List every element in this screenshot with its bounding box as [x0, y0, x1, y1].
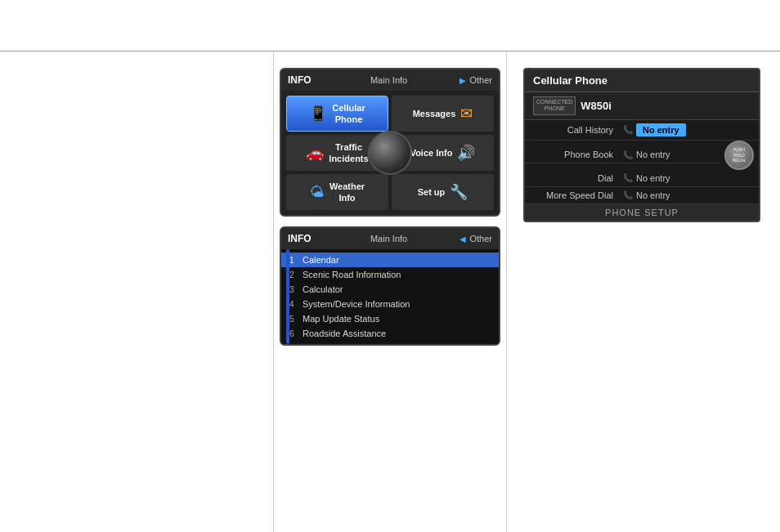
value-phonebook: 📞 No entry — [623, 150, 715, 159]
cell-messages[interactable]: Messages ✉ — [392, 96, 494, 132]
list-item-3[interactable]: 3 Calculator — [281, 282, 499, 297]
cell-weather-text: WeatherInfo — [329, 181, 365, 204]
weather-icon: 🌤 — [310, 184, 325, 201]
info-grid-container: 📱 CellularPhone Messages ✉ 🚗 TrafficInci… — [281, 91, 499, 215]
center-knob[interactable] — [368, 131, 412, 175]
phone-setup-bar[interactable]: PHONE SETUP — [525, 204, 759, 221]
cell-setup-text: Set up — [418, 186, 446, 198]
col-middle: INFO Main Info ▶ Other 📱 CellularPhone M… — [274, 51, 507, 532]
main-columns: INFO Main Info ▶ Other 📱 CellularPhone M… — [0, 51, 780, 532]
call-history-value: No entry — [636, 123, 686, 136]
list-item-5[interactable]: 5 Map Update Status — [281, 311, 499, 326]
info-screen-other: INFO Main Info ◀ Other 1 Calendar 2 Scen… — [280, 226, 500, 346]
item-num-4: 4 — [289, 300, 299, 309]
cellular-title: Cellular Phone — [525, 69, 759, 92]
cell-weather[interactable]: 🌤 WeatherInfo — [286, 174, 388, 210]
label-dial: Dial — [530, 173, 620, 183]
arrow-1: ▶ — [459, 76, 466, 85]
info-header-2: INFO Main Info ◀ Other — [281, 228, 499, 249]
cell-voice-text: Voice Info — [410, 147, 453, 159]
voice-icon: 🔊 — [457, 144, 475, 162]
phonebook-icon: 📞 — [623, 150, 633, 159]
phone-row-dial: Dial 📞 No entry — [525, 170, 759, 187]
cell-cellular-text: CellularPhone — [332, 102, 365, 126]
call-history-icon: 📞 — [623, 125, 633, 134]
phone-icon: 📱 — [309, 105, 327, 123]
dial-value: No entry — [636, 173, 670, 183]
phone-book-section: Phone Book 📞 No entry PUSHHOLDRECAL — [525, 141, 759, 170]
item-text-1: Calendar — [303, 255, 339, 265]
item-text-3: Calculator — [303, 284, 343, 294]
cell-messages-text: Messages — [413, 108, 456, 119]
cell-setup[interactable]: Set up 🔧 — [392, 174, 494, 210]
item-num-3: 3 — [289, 285, 299, 294]
list-item-1[interactable]: 1 Calendar — [281, 253, 499, 267]
list-accent — [286, 249, 289, 344]
phone-row-call-history: Call History 📞 No entry — [525, 120, 759, 141]
item-num-6: 6 — [289, 329, 299, 338]
value-dial: 📞 No entry — [623, 173, 754, 183]
list-item-4[interactable]: 4 System/Device Information — [281, 297, 499, 311]
value-speed-dial: 📞 No entry — [623, 190, 754, 200]
info-list: 1 Calendar 2 Scenic Road Information 3 C… — [281, 249, 499, 344]
tab-other-2[interactable]: Other — [469, 234, 492, 244]
item-text-4: System/Device Information — [303, 299, 410, 309]
value-call-history: 📞 No entry — [623, 123, 754, 136]
col-right: Cellular Phone CONNECTEDPHONE W850i Call… — [507, 51, 780, 532]
item-num-5: 5 — [289, 315, 299, 324]
phone-rows: Call History 📞 No entry Phone Book 📞 No … — [525, 120, 759, 204]
item-text-5: Map Update Status — [303, 314, 379, 324]
item-text-6: Roadside Assistance — [303, 329, 386, 338]
messages-icon: ✉ — [460, 105, 473, 123]
arrow-2: ◀ — [459, 235, 466, 244]
phonebook-value: No entry — [636, 150, 670, 159]
phone-row-phonebook: Phone Book 📞 No entry — [525, 146, 719, 163]
dial-icon: 📞 — [623, 173, 633, 182]
info-label-1: INFO — [288, 74, 312, 86]
tab-main-2[interactable]: Main Info — [321, 234, 457, 244]
phone-row-speed-dial: More Speed Dial 📞 No entry — [525, 187, 759, 204]
connected-badge: CONNECTEDPHONE — [533, 96, 576, 115]
label-phonebook: Phone Book — [530, 150, 620, 159]
cellular-panel: Cellular Phone CONNECTEDPHONE W850i Call… — [523, 68, 760, 222]
list-item-6[interactable]: 6 Roadside Assistance — [281, 326, 499, 341]
label-speed-dial: More Speed Dial — [530, 190, 620, 200]
traffic-icon: 🚗 — [306, 144, 324, 162]
phone-name: W850i — [581, 100, 612, 112]
speed-dial-icon: 📞 — [623, 190, 633, 199]
tab-main-1[interactable]: Main Info — [321, 75, 457, 85]
push-hold-button[interactable]: PUSHHOLDRECAL — [724, 141, 754, 170]
list-item-2[interactable]: 2 Scenic Road Information — [281, 267, 499, 282]
cell-cellular[interactable]: 📱 CellularPhone — [286, 96, 388, 132]
connected-row: CONNECTEDPHONE W850i — [525, 92, 759, 120]
push-hold-text: PUSHHOLDRECAL — [733, 147, 746, 163]
col-left — [0, 51, 274, 532]
label-call-history: Call History — [530, 125, 620, 135]
item-text-2: Scenic Road Information — [303, 270, 401, 279]
speed-dial-value: No entry — [636, 190, 670, 200]
setup-icon: 🔧 — [450, 183, 468, 201]
item-num-2: 2 — [289, 270, 299, 279]
info-label-2: INFO — [288, 233, 312, 244]
info-screen-main: INFO Main Info ▶ Other 📱 CellularPhone M… — [280, 68, 500, 217]
item-num-1: 1 — [289, 256, 299, 265]
info-header-1: INFO Main Info ▶ Other — [281, 69, 499, 91]
cell-traffic-text: TrafficIncidents — [329, 141, 368, 165]
tab-other-1[interactable]: Other — [469, 75, 492, 85]
